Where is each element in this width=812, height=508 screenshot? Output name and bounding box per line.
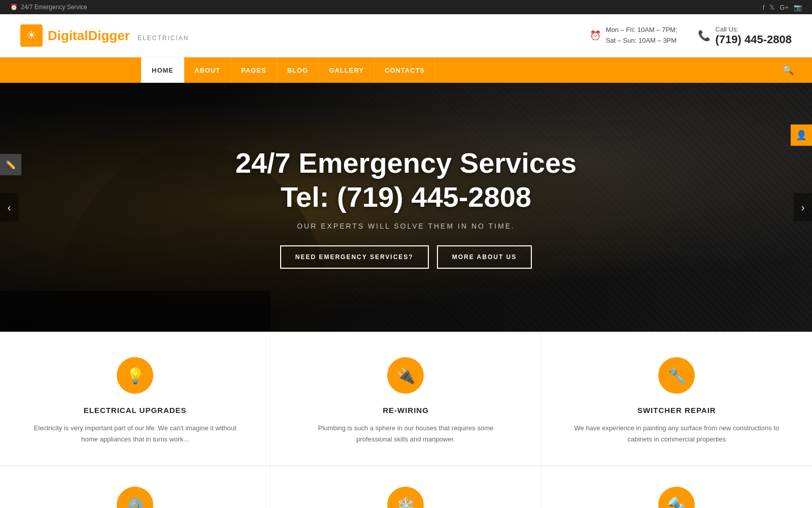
hours-text: Mon – Fri: 10AM – 7PM; Sat – Sun: 10AM –… — [606, 25, 678, 46]
top-bar-left: ⏰ 24/7 Emergency Service — [10, 4, 87, 11]
hours-weekend: Sat – Sun: 10AM – 3PM — [606, 36, 678, 46]
gear-icon: ⚙️ — [126, 496, 145, 508]
electrical-icon-circle: 💡 — [117, 357, 153, 394]
logo-tagline: Electrician — [138, 35, 189, 42]
nav-contacts[interactable]: CONTACTS — [375, 57, 435, 83]
electrical-desc: Electricity is very important part of ou… — [30, 423, 240, 445]
service-bottom-icon-3: 🔩 — [658, 487, 695, 508]
edit-button[interactable]: ✏️ — [0, 154, 21, 175]
service-bottom-2: ❄️ — [270, 466, 541, 508]
hero-title: 24/7 Emergency Services Tel: (719) 445-2… — [235, 146, 577, 214]
hero-buttons: NEED EMERGENCY SERVICES? MORE ABOUT US — [235, 245, 577, 269]
emergency-text: 24/7 Emergency Service — [21, 4, 87, 11]
hero-title-line2: Tel: (719) 445-2808 — [235, 180, 577, 214]
emergency-services-button[interactable]: NEED EMERGENCY SERVICES? — [280, 245, 429, 269]
search-button[interactable]: 🔍 — [774, 65, 802, 76]
logo-part2: Digger — [88, 28, 129, 43]
header-right: ⏰ Mon – Fri: 10AM – 7PM; Sat – Sun: 10AM… — [590, 25, 792, 46]
service-card-switcher: 🔧 SWITCHER REPAIR We have experience in … — [542, 332, 812, 466]
hero-subtitle: OUR EXPERTS WILL SOLVE THEM IN NO TIME. — [235, 222, 577, 230]
switcher-icon-circle: 🔧 — [658, 357, 695, 394]
rewiring-icon-circle: 🔌 — [387, 357, 424, 394]
switcher-desc: We have experience in painting any surfa… — [572, 423, 782, 445]
nav-blog[interactable]: BLOG — [277, 57, 319, 83]
service-bottom-icon-1: ⚙️ — [117, 487, 153, 508]
bulb-icon: 💡 — [126, 367, 145, 385]
phone-group: Call Us: (719) 445-2808 — [716, 25, 792, 46]
logo-text: DigitalDigger — [48, 28, 133, 43]
page-wrapper: ✏️ 👤 24/7 Emergency Services Tel: (719) … — [0, 83, 812, 508]
service-bottom-icon-2: ❄️ — [387, 487, 424, 508]
twitter-icon[interactable]: 𝕏 — [769, 4, 774, 11]
bolt-icon: 🔩 — [667, 496, 686, 508]
call-label: Call Us: — [716, 25, 792, 33]
site-header: ☀ DigitalDigger Electrician ⏰ Mon – Fri:… — [0, 14, 812, 57]
electrical-title: ELECTRICAL UPGRADES — [30, 406, 240, 415]
nav-pages[interactable]: PAGES — [231, 57, 277, 83]
hero-next-button[interactable]: › — [794, 193, 812, 221]
clock-icon: ⏰ — [10, 4, 18, 11]
hours-info: ⏰ Mon – Fri: 10AM – 7PM; Sat – Sun: 10AM… — [590, 25, 678, 46]
social-links: f 𝕏 G+ 📷 — [763, 4, 802, 11]
logo-part1: Digital — [48, 28, 88, 43]
hours-weekday: Mon – Fri: 10AM – 7PM; — [606, 25, 678, 36]
phone-info: 📞 Call Us: (719) 445-2808 — [698, 25, 792, 46]
hero-section: 24/7 Emergency Services Tel: (719) 445-2… — [0, 83, 812, 332]
services-section: 💡 ELECTRICAL UPGRADES Electricity is ver… — [0, 332, 812, 508]
rewiring-desc: Plumbing is such a sphere in our houses … — [301, 423, 510, 445]
phone-number: (719) 445-2808 — [716, 33, 792, 46]
service-bottom-1: ⚙️ — [0, 466, 270, 508]
instagram-icon[interactable]: 📷 — [794, 4, 802, 11]
logo-area: ☀ DigitalDigger Electrician — [20, 24, 189, 47]
nav-gallery[interactable]: GALLERY — [319, 57, 375, 83]
user-button[interactable]: 👤 — [791, 124, 812, 146]
wrench-icon: 🔧 — [667, 367, 686, 385]
plug-icon: 🔌 — [396, 367, 415, 385]
services-grid: 💡 ELECTRICAL UPGRADES Electricity is ver… — [0, 332, 812, 466]
switcher-title: SWITCHER REPAIR — [572, 406, 782, 415]
logo-text-group: DigitalDigger Electrician — [48, 28, 189, 44]
hero-title-line1: 24/7 Emergency Services — [235, 146, 577, 180]
fan-icon: ❄️ — [396, 496, 415, 508]
service-card-electrical: 💡 ELECTRICAL UPGRADES Electricity is ver… — [0, 332, 270, 466]
clock-header-icon: ⏰ — [590, 30, 601, 41]
service-card-rewiring: 🔌 RE-WIRING Plumbing is such a sphere in… — [270, 332, 541, 466]
services-bottom-row: ⚙️ ❄️ 🔩 — [0, 466, 812, 508]
hero-content: 24/7 Emergency Services Tel: (719) 445-2… — [235, 146, 577, 269]
nav-bar: HOME ABOUT PAGES BLOG GALLERY CONTACTS 🔍 — [0, 57, 812, 83]
nav-items: HOME ABOUT PAGES BLOG GALLERY CONTACTS — [141, 57, 435, 83]
top-bar: ⏰ 24/7 Emergency Service f 𝕏 G+ 📷 — [0, 0, 812, 14]
hero-prev-button[interactable]: ‹ — [0, 193, 18, 221]
googleplus-icon[interactable]: G+ — [780, 4, 789, 11]
more-about-us-button[interactable]: MORE ABOUT US — [437, 245, 532, 269]
phone-icon: 📞 — [698, 29, 710, 42]
nav-home[interactable]: HOME — [141, 57, 184, 83]
service-bottom-3: 🔩 — [542, 466, 812, 508]
rewiring-title: RE-WIRING — [301, 406, 510, 415]
nav-about[interactable]: ABOUT — [184, 57, 231, 83]
logo-icon: ☀ — [20, 24, 43, 47]
facebook-icon[interactable]: f — [763, 4, 765, 11]
